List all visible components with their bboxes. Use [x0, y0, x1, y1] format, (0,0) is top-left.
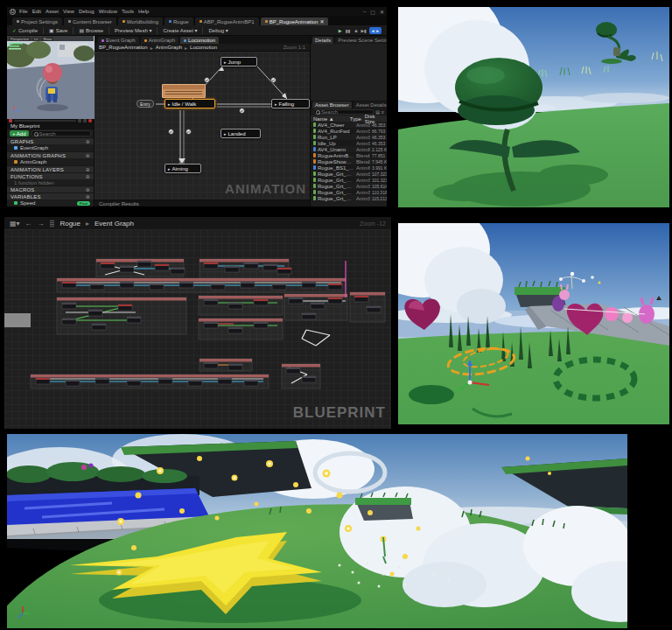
- add-icon[interactable]: ⊕: [86, 173, 90, 179]
- menu-item-edit[interactable]: Edit: [32, 9, 41, 14]
- transition-rule-icon[interactable]: ⇄: [239, 108, 245, 114]
- back-arrow-icon[interactable]: ←: [25, 220, 32, 228]
- breadcrumb-root[interactable]: BP_RogueAnimation: [99, 45, 148, 50]
- state-node-aiming[interactable]: ▸Aiming: [164, 164, 201, 173]
- doc-tab[interactable]: BP_RogueAnimation✕: [261, 18, 329, 25]
- viewport-option-lit[interactable]: Lit: [32, 37, 39, 41]
- column-header-1[interactable]: Type: [350, 116, 365, 122]
- comment-node[interactable]: [162, 84, 206, 98]
- menu-item-file[interactable]: File: [19, 9, 28, 14]
- section-header-macros[interactable]: MACROS⊕: [7, 186, 94, 192]
- menu-item-help[interactable]: Help: [138, 9, 149, 14]
- graph-tab-animgraph[interactable]: AnimGraph: [141, 37, 178, 44]
- state-node-landed[interactable]: ▸Landed: [220, 129, 261, 138]
- close-icon[interactable]: ✕: [319, 18, 324, 24]
- doc-tab[interactable]: Project Settings: [12, 18, 62, 25]
- dock-icon[interactable]: ⣿: [50, 220, 55, 228]
- forward-arrow-icon[interactable]: →: [38, 220, 45, 228]
- stop-icon[interactable]: ■: [354, 28, 359, 33]
- asset-row[interactable]: AV4_RunFwdAnimSe…86.793 KB: [311, 128, 387, 134]
- debug-button[interactable]: Debug ▾: [208, 27, 228, 33]
- transition-rule-icon[interactable]: ⇄: [270, 77, 276, 83]
- asset-row[interactable]: Rogue_Grt_Anim_Fig_RAnimSe…101.323 KB: [311, 177, 387, 183]
- asset-row[interactable]: Run_LPAnimSe…46.353 KB: [311, 134, 387, 140]
- menu-item-view[interactable]: View: [63, 9, 74, 14]
- my-blueprint-tab[interactable]: My Blueprint: [7, 122, 94, 130]
- minimize-icon[interactable]: –: [363, 9, 366, 15]
- asset-tab-asset-browser[interactable]: Asset Browser: [312, 102, 352, 108]
- state-node-idle-walk[interactable]: ▸Idle / Walk: [164, 99, 215, 108]
- doc-tab[interactable]: Content Browser: [64, 18, 116, 25]
- viewport-option-show[interactable]: Show: [41, 37, 53, 41]
- transition-rule-icon[interactable]: ⇄: [168, 129, 174, 135]
- section-header-functions[interactable]: FUNCTIONS⊕: [7, 172, 94, 179]
- menu-item-window[interactable]: Window: [99, 9, 117, 14]
- compilebutton[interactable]: ✓Compile: [12, 27, 38, 33]
- transition-rule-icon[interactable]: ⇄: [186, 129, 192, 135]
- asset-tab-asset-details[interactable]: Asset Details: [354, 102, 387, 108]
- menu-item-debug[interactable]: Debug: [79, 9, 94, 14]
- asset-row[interactable]: Rogue_Grt_Anim_Fig_RAnimSe…107.323 KB: [311, 171, 387, 177]
- timeline-scrubber[interactable]: [14, 120, 76, 122]
- add-icon[interactable]: ⊕: [86, 193, 90, 200]
- list-item-eventgraph[interactable]: EventGraph: [7, 144, 94, 151]
- asset-row[interactable]: Rogue_BS1_AnimStartAnimMo…3.991 KB: [311, 164, 387, 171]
- menu-item-asset[interactable]: Asset: [46, 9, 59, 14]
- section-header-animation-graphs[interactable]: ANIMATION GRAPHS⊕: [7, 151, 94, 158]
- bp-breadcrumb-leaf[interactable]: Event Graph: [94, 220, 134, 228]
- breadcrumb-leaf[interactable]: Locomotion: [190, 45, 217, 50]
- possess-toggle-button[interactable]: ◂∷▸: [369, 27, 382, 34]
- asset-row[interactable]: RogueShowDownBlendS…7.945 KB: [311, 158, 387, 164]
- asset-list-header[interactable]: Name ▲TypeDisk Size: [311, 116, 387, 122]
- transition-rule-icon[interactable]: ⇄: [204, 77, 210, 83]
- asset-row[interactable]: Rogue_Grt_Anim_Fig_RAnimSe…110.318 KB: [311, 189, 387, 195]
- list-item-animgraph[interactable]: AnimGraph: [7, 158, 94, 165]
- column-header-0[interactable]: Name ▲: [313, 116, 350, 122]
- graph-tab-locomotion[interactable]: Locomotion: [180, 37, 219, 44]
- viewport-option-perspective[interactable]: Perspective: [9, 37, 31, 41]
- preview-viewport[interactable]: PerspectiveLitShow: [7, 36, 94, 119]
- preview-mesh-button[interactable]: Preview Mesh ▾: [115, 27, 151, 33]
- compiler-results-tab[interactable]: Compiler Results: [94, 200, 310, 206]
- section-header-animation-layers[interactable]: ANIMATION LAYERS⊕: [7, 165, 94, 172]
- state-machine-graph[interactable]: Entry ANIMATION ▸Jump▸Idle / Walk▸Fallin…: [94, 52, 310, 200]
- asset-row[interactable]: Idle_UpAnimSe…46.353 KB: [311, 140, 387, 146]
- doc-tab[interactable]: Worldbuilding: [118, 18, 163, 25]
- pause-icon[interactable]: ▮▮: [346, 28, 351, 33]
- state-node-jump[interactable]: ▸Jump: [220, 57, 257, 66]
- close-icon[interactable]: ✕: [380, 9, 384, 15]
- my-blueprint-search-input[interactable]: Search: [32, 130, 91, 136]
- list-item-speed[interactable]: SpeedFloat: [7, 200, 94, 206]
- doc-tab[interactable]: Rogue: [164, 18, 193, 25]
- details-tab-preview-scene-settings[interactable]: Preview Scene Settings: [335, 37, 387, 44]
- add-icon[interactable]: ⊕: [86, 152, 90, 158]
- event-graph-canvas[interactable]: BLUEPRINT: [4, 229, 391, 429]
- details-tab-details[interactable]: Details: [312, 37, 333, 44]
- graph-tab-event-graph[interactable]: Event Graph: [98, 37, 139, 44]
- offscreen-node[interactable]: [4, 313, 31, 327]
- section-header-graphs[interactable]: GRAPHS⊕: [7, 137, 94, 144]
- bp-breadcrumb-root[interactable]: Rogue: [60, 220, 80, 228]
- browsebutton[interactable]: ▤Browse: [79, 27, 103, 33]
- window-menu-icon[interactable]: ▦▾: [10, 220, 20, 228]
- menu-item-tools[interactable]: Tools: [122, 9, 134, 14]
- asset-row[interactable]: AV4_UnarmAnimMo…2.125 KB: [311, 146, 387, 152]
- section-header-variables[interactable]: VARIABLES⊕: [7, 192, 94, 200]
- breadcrumb-mid[interactable]: AnimGraph: [156, 45, 182, 50]
- asset-row[interactable]: Rogue_Grt_Anim_Fig_RAnimSe…115.213 KB: [311, 195, 387, 201]
- add-button[interactable]: + Add: [10, 130, 29, 136]
- create-asset-button[interactable]: Create Asset ▾: [163, 27, 197, 33]
- doc-tab[interactable]: ABP_RogueAnimBP1: [195, 18, 259, 25]
- asset-row[interactable]: Rogue_Grt_Anim_Fig_RAnimSe…105.614 KB: [311, 183, 387, 189]
- state-node-falling[interactable]: ▸Falling: [271, 99, 310, 108]
- add-icon[interactable]: ⊕: [86, 138, 90, 144]
- play-icon[interactable]: ▶: [338, 28, 343, 33]
- maximize-icon[interactable]: ▢: [370, 9, 375, 15]
- entry-node[interactable]: Entry: [136, 100, 154, 108]
- skip-icon[interactable]: ▶▮: [361, 28, 367, 33]
- savebutton[interactable]: ▣Save: [49, 27, 67, 33]
- asset-row[interactable]: AV4_CheerAnimSe…46.353 KB: [311, 122, 387, 128]
- asset-row[interactable]: RogueAnimBlendBlendS…77.851 KB: [311, 152, 387, 158]
- add-icon[interactable]: ⊕: [86, 166, 90, 172]
- add-icon[interactable]: ⊕: [86, 186, 90, 192]
